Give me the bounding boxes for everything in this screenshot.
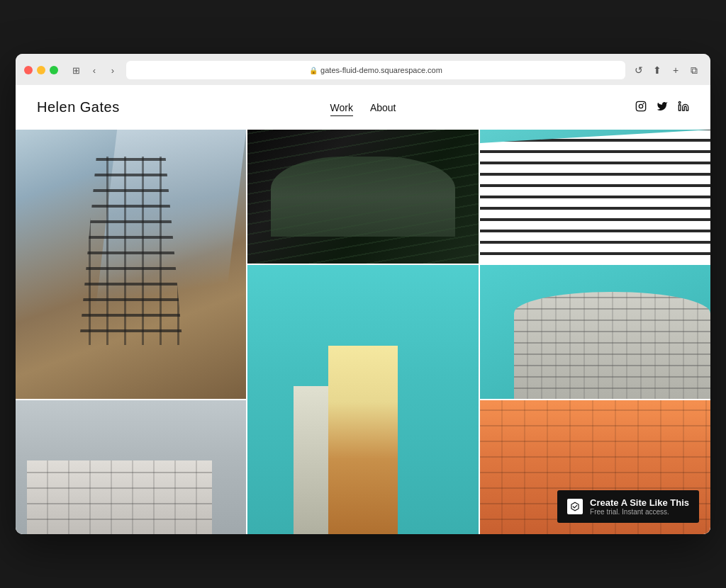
nav-work[interactable]: Work: [330, 102, 353, 113]
svg-rect-0: [636, 101, 645, 111]
site-header: Helen Gates Work About: [16, 85, 710, 130]
badge-sub-text: Free trial. Instant access.: [590, 508, 689, 516]
svg-point-1: [639, 104, 642, 108]
twitter-icon[interactable]: [657, 101, 668, 114]
forward-button[interactable]: ›: [105, 64, 121, 77]
maximize-button[interactable]: [50, 66, 58, 74]
grid-cell-3[interactable]: [480, 130, 710, 264]
tab-manage-button[interactable]: ⧉: [686, 62, 702, 78]
photo-6: [16, 400, 246, 534]
instagram-icon[interactable]: [635, 101, 647, 114]
photo-2: [247, 130, 478, 264]
nav-about[interactable]: About: [370, 102, 396, 113]
photo-5: [480, 265, 710, 399]
reload-button[interactable]: ↺: [631, 62, 647, 78]
photo-1: [16, 130, 246, 399]
grid-cell-6[interactable]: [16, 400, 246, 534]
svg-rect-3: [678, 105, 681, 111]
traffic-lights: [24, 66, 58, 74]
site-wrapper: Helen Gates Work About: [16, 85, 710, 534]
browser-window: ⊞ ‹ › 🔒 gates-fluid-demo.squarespace.com…: [16, 54, 710, 534]
grid-cell-2[interactable]: [247, 130, 478, 264]
photo-4: [247, 265, 478, 534]
badge-text: Create A Site Like This Free trial. Inst…: [590, 497, 689, 516]
browser-chrome: ⊞ ‹ › 🔒 gates-fluid-demo.squarespace.com…: [16, 54, 710, 85]
new-tab-button[interactable]: +: [668, 62, 683, 78]
browser-actions: ↺ ⬆ + ⧉: [631, 62, 702, 78]
browser-controls: ⊞ ‹ ›: [68, 64, 121, 77]
photo-grid-outer: Create A Site Like This Free trial. Inst…: [16, 130, 710, 534]
site-logo[interactable]: Helen Gates: [37, 99, 330, 115]
photo-3: [480, 130, 710, 264]
close-button[interactable]: [24, 66, 33, 74]
minimize-button[interactable]: [37, 66, 45, 74]
grid-cell-1[interactable]: [16, 130, 246, 399]
squarespace-logo-icon: [567, 499, 583, 514]
svg-point-2: [643, 103, 644, 104]
squarespace-badge[interactable]: Create A Site Like This Free trial. Inst…: [557, 490, 699, 523]
badge-main-text: Create A Site Like This: [590, 497, 689, 508]
address-bar[interactable]: 🔒 gates-fluid-demo.squarespace.com: [126, 61, 625, 79]
grid-cell-5[interactable]: [480, 265, 710, 399]
svg-point-4: [678, 101, 681, 103]
social-icons: [396, 101, 690, 114]
sidebar-toggle[interactable]: ⊞: [68, 64, 84, 77]
linkedin-icon[interactable]: [678, 101, 689, 114]
share-button[interactable]: ⬆: [649, 62, 665, 78]
lock-icon: 🔒: [309, 67, 318, 74]
grid-cell-4[interactable]: [247, 265, 478, 534]
site-nav: Work About: [330, 102, 396, 113]
url-text: gates-fluid-demo.squarespace.com: [320, 66, 442, 74]
photo-grid: [16, 130, 710, 534]
back-button[interactable]: ‹: [86, 64, 102, 77]
